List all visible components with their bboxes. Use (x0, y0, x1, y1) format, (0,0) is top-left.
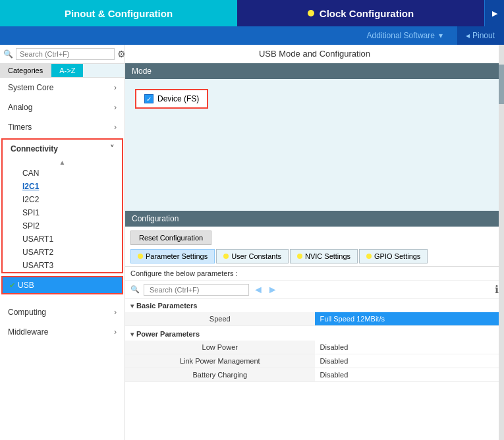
content-area: USB Mode and Configuration Mode ✓ Device… (125, 45, 504, 440)
connectivity-items: CAN I2C1 I2C2 SPI1 SPI2 USART1 U (3, 167, 122, 272)
scrollbar-thumb[interactable] (499, 65, 504, 104)
nav-next-icon[interactable]: ► (267, 284, 278, 296)
link-power-value: Disabled (315, 354, 505, 368)
clock-tab[interactable]: Clock Configuration (237, 0, 484, 26)
config-section: Configuration Reset Configuration Parame… (125, 211, 504, 440)
speed-row[interactable]: Speed Full Speed 12MBit/s (125, 312, 504, 326)
scroll-up-arrow[interactable]: ▲ (3, 158, 122, 167)
chevron-right-icon: › (114, 327, 117, 337)
reset-configuration-button[interactable]: Reset Configuration (130, 231, 211, 245)
usb-item-wrapper: ✔ USB (1, 276, 123, 294)
low-power-row[interactable]: Low Power Disabled (125, 341, 504, 354)
sidebar-sub-item-can[interactable]: CAN (16, 167, 122, 180)
chevron-right-icon: › (114, 308, 117, 317)
scrollbar[interactable] (499, 45, 504, 440)
tab-gpio-settings[interactable]: GPIO Settings (359, 249, 428, 263)
additional-software[interactable]: Additional Software ▾ (354, 26, 456, 45)
battery-charging-row[interactable]: Battery Charging Disabled (125, 368, 504, 382)
chevron-down-icon: ▾ (439, 31, 443, 40)
tab-az[interactable]: A->Z (51, 64, 83, 77)
pinout-btn[interactable]: ◂ Pinout (456, 26, 504, 45)
param-tabs: Parameter Settings User Constants NVIC S… (125, 249, 504, 266)
tab-user-constants[interactable]: User Constants (216, 249, 289, 263)
basic-params-header: ▾ Basic Parameters (125, 299, 504, 312)
sidebar-sub-item-usart3[interactable]: USART3 (16, 259, 122, 272)
params-table: ▾ Basic Parameters Speed Full Speed 12MB… (125, 299, 504, 440)
configure-text: Configure the below parameters : (125, 266, 504, 281)
search-param-bar: 🔍 ◄ ► ℹ (125, 281, 504, 299)
tab-parameter-settings[interactable]: Parameter Settings (130, 249, 215, 263)
sidebar-item-usb[interactable]: ✔ USB (3, 277, 122, 293)
power-params-header: ▾ Power Parameters (125, 327, 504, 341)
chevron-left-icon: ◂ (466, 31, 470, 40)
sidebar-item-connectivity[interactable]: Connectivity ˅ (3, 140, 122, 158)
nav-prev-icon[interactable]: ◄ (253, 284, 264, 296)
gear-icon[interactable]: ⚙ (117, 49, 125, 59)
speed-label: Speed (125, 312, 315, 326)
low-power-label: Low Power (125, 341, 315, 354)
search-input[interactable] (16, 48, 115, 60)
extra-tab[interactable]: ▶ (484, 0, 504, 26)
mode-content: ✓ Device (FS) (125, 79, 504, 211)
sidebar-item-computing[interactable]: Computing › (0, 302, 125, 322)
search-icon: 🔍 (3, 49, 13, 59)
sidebar-sub-item-usart2[interactable]: USART2 (16, 246, 122, 259)
sidebar-sub-item-spi1[interactable]: SPI1 (16, 206, 122, 219)
sidebar-item-timers[interactable]: Timers › (0, 117, 125, 137)
link-power-label: Link Power Management (125, 354, 315, 368)
top-header: Pinout & Configuration Clock Configurati… (0, 0, 504, 26)
link-power-row[interactable]: Link Power Management Disabled (125, 354, 504, 368)
mode-header: Mode (125, 63, 504, 79)
mode-section: Mode ✓ Device (FS) (125, 63, 504, 211)
chevron-right-icon: › (114, 103, 117, 112)
sidebar-item-middleware[interactable]: Middleware › (0, 322, 125, 342)
usb-check-icon: ✔ (9, 281, 15, 290)
content-title: USB Mode and Configuration (125, 45, 504, 63)
basic-params-arrow: ▾ (130, 302, 134, 310)
sidebar-sub-item-spi2[interactable]: SPI2 (16, 219, 122, 233)
sidebar: 🔍 ⚙ Categories A->Z System Core › Analog… (0, 45, 125, 440)
search-bar: 🔍 ⚙ (0, 45, 125, 64)
chevron-right-icon: › (114, 123, 117, 132)
gpio-dot (366, 254, 372, 259)
nvic-dot (297, 254, 302, 259)
user-constants-dot (223, 254, 229, 259)
battery-charging-value: Disabled (315, 368, 505, 382)
config-header: Configuration (125, 211, 504, 227)
sidebar-sub-item-i2c1[interactable]: I2C1 (16, 180, 122, 193)
battery-charging-label: Battery Charging (125, 368, 315, 382)
second-header: Additional Software ▾ ◂ Pinout (0, 26, 504, 45)
tab-bar: Categories A->Z (0, 64, 125, 78)
device-fs-label: Device (FS) (157, 94, 199, 103)
sidebar-sub-item-i2c2[interactable]: I2C2 (16, 193, 122, 206)
chevron-right-icon: › (114, 83, 117, 92)
reset-btn-wrapper: Reset Configuration (125, 227, 504, 249)
sidebar-sub-item-usart1[interactable]: USART1 (16, 233, 122, 246)
device-fs-checkbox[interactable]: ✓ (144, 94, 154, 103)
sidebar-item-analog[interactable]: Analog › (0, 97, 125, 117)
low-power-value: Disabled (315, 341, 505, 354)
power-params-arrow: ▾ (130, 331, 134, 338)
clock-dot-icon (308, 10, 314, 16)
search-param-input[interactable] (144, 284, 249, 296)
search-small-icon: 🔍 (130, 285, 140, 294)
pinout-tab[interactable]: Pinout & Configuration (0, 0, 237, 26)
tab-categories[interactable]: Categories (0, 64, 51, 77)
device-fs-option[interactable]: ✓ Device (FS) (135, 89, 208, 109)
sidebar-item-system-core[interactable]: System Core › (0, 78, 125, 97)
speed-value: Full Speed 12MBit/s (315, 312, 505, 326)
main-layout: 🔍 ⚙ Categories A->Z System Core › Analog… (0, 45, 504, 440)
tab-nvic-settings[interactable]: NVIC Settings (290, 249, 358, 263)
connectivity-section: Connectivity ˅ ▲ CAN I2C1 I2C2 SPI1 (1, 138, 123, 273)
chevron-down-icon: ˅ (110, 144, 114, 153)
param-tab-dot (138, 254, 143, 259)
